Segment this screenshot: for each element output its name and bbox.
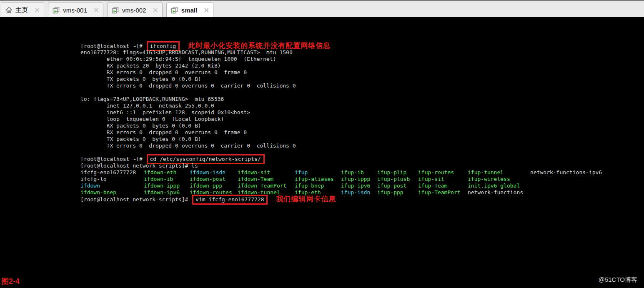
terminal-line: eno16777728: flags=4163<UP,BROADCAST,RUN… [80, 49, 336, 56]
terminal-text: eno16777728: flags=4163<UP,BROADCAST,RUN… [80, 49, 293, 55]
ls-output-row: ifdown-bnepifdown-ipv6ifdown-routesifdow… [80, 189, 336, 196]
terminal-line: [root@localhost ~]# cd /etc/sysconfig/ne… [80, 156, 336, 163]
file-name: ifup-TeamPort [418, 189, 461, 196]
terminal-line: RX packets 20 bytes 2142 (2.0 KiB) [80, 63, 336, 69]
file-name: ifdown [80, 183, 100, 189]
terminal-text: RX errors 0 dropped 0 overruns 0 frame 0 [80, 129, 247, 135]
file-name: network-functions [468, 189, 523, 196]
terminal-line: TX errors 0 dropped 0 overruns 0 carrier… [80, 143, 336, 149]
terminal-line: RX packets 0 bytes 0 (0.0 B) [80, 123, 336, 129]
terminal-line: RX errors 0 dropped 0 overruns 0 frame 0 [80, 129, 336, 136]
file-name: ifup-ippp [341, 176, 370, 183]
terminal-line: loop txqueuelen 0 (Local Loopback) [80, 116, 336, 123]
terminal-text: lo: flags=73<UP,LOOPBACK,RUNNING> mtu 65… [80, 96, 224, 102]
tab-close-icon[interactable]: × [34, 7, 40, 14]
file-name: ifdown-ib [144, 176, 173, 183]
terminal-line: [root@localhost ~]# ifconfig此时最小化安装的系统并没… [80, 43, 336, 49]
terminal-line: inet6 ::1 prefixlen 128 scopeid 0x10<hos… [80, 109, 336, 116]
file-name: ifup-post [377, 183, 406, 189]
terminal-line: [root@localhost network-scripts]# vim if… [80, 196, 336, 203]
file-name: ifup-plusb [377, 176, 410, 183]
file-name: ifup-Team [418, 183, 447, 189]
tab-list: 主页×vms-001×vms-002×small× [0, 1, 644, 17]
terminal-line: inet 127.0.0.1 netmask 255.0.0.0 [80, 103, 336, 109]
file-name: ifdown-eth [144, 169, 176, 176]
file-name: ifup-plip [377, 169, 406, 176]
terminal-line: TX packets 0 bytes 0 (0.0 B) [80, 136, 336, 143]
file-name: ifdown-ippp [144, 183, 180, 189]
terminal-text: RX packets 0 bytes 0 (0.0 B) [80, 123, 201, 129]
file-name: ifup-sit [418, 176, 444, 183]
terminal-text: inet 127.0.0.1 netmask 255.0.0.0 [80, 103, 214, 109]
watermark-text: @51CTO博客 [599, 276, 637, 284]
vm-console-screen[interactable]: [root@localhost ~]# ifconfig此时最小化安装的系统并没… [0, 17, 644, 288]
terminal-text: TX packets 0 bytes 0 (0.0 B) [80, 76, 201, 82]
tab-close-icon[interactable]: × [153, 7, 158, 14]
vm-console-icon [171, 7, 178, 14]
file-name: ifup-tunnel [468, 169, 504, 176]
file-name: ifdown-sit [238, 169, 270, 176]
vm-console-icon [53, 7, 60, 14]
file-name: ifdown-bnep [80, 189, 116, 196]
file-name: ifdown-ipv6 [144, 189, 180, 196]
terminal-line: RX errors 0 dropped 0 overruns 0 frame 0 [80, 69, 336, 76]
terminal-text: ether 00:0c:29:5d:94:5f txqueuelen 1000 … [80, 56, 276, 62]
ls-output-row: ifcfg-eno16777728ifdown-ethifdown-isdnif… [80, 169, 336, 176]
file-name: ifup-isdn [341, 189, 370, 196]
terminal-line [80, 89, 336, 96]
file-name: ifdown-routes [190, 189, 232, 196]
file-name: ifup-ipv6 [341, 183, 370, 189]
file-name: network-functions-ipv6 [530, 169, 602, 176]
terminal-text: TX packets 0 bytes 0 (0.0 B) [80, 136, 201, 142]
file-name: init.ipv6-global [468, 183, 520, 189]
tab-vms-002[interactable]: vms-002× [107, 3, 163, 17]
annotation-text: 此时最小化安装的系统并没有配置网络信息 [188, 42, 331, 50]
file-name: ifup-routes [418, 169, 454, 176]
tab-主页[interactable]: 主页× [1, 3, 44, 17]
ls-output-row: ifcfg-loifdown-ibifdown-postifdown-Teami… [80, 176, 336, 183]
terminal-line: lo: flags=73<UP,LOOPBACK,RUNNING> mtu 65… [80, 96, 336, 103]
terminal-text: TX errors 0 dropped 0 overruns 0 carrier… [80, 143, 296, 149]
tab-label: 主页 [15, 6, 31, 14]
terminal-text: [root@localhost ~]# [80, 43, 146, 49]
tab-bar: 主页×vms-001×vms-002×small× [0, 0, 644, 17]
file-name: ifdown-post [190, 176, 226, 183]
file-name: ifup-ppp [377, 189, 403, 196]
file-name: ifdown-ppp [190, 183, 222, 189]
terminal-line: TX errors 0 dropped 0 overruns 0 carrier… [80, 83, 336, 89]
terminal-text: [root@localhost network-scripts]# [80, 196, 191, 203]
terminal-text: loop txqueuelen 0 (Local Loopback) [80, 116, 224, 122]
figure-label: 图2-4 [1, 276, 20, 286]
terminal-text: [root@localhost ~]# [80, 156, 146, 162]
terminal-text: TX errors 0 dropped 0 overruns 0 carrier… [80, 83, 296, 89]
home-icon [5, 7, 13, 13]
tab-small[interactable]: small× [166, 3, 214, 17]
file-name: ifup-ib [341, 169, 364, 176]
annotation-text: 我们编辑网卡信息 [276, 195, 336, 203]
terminal-line: TX packets 0 bytes 0 (0.0 B) [80, 76, 336, 83]
tab-close-icon[interactable]: × [93, 7, 99, 14]
highlighted-command: vim ifcfg-eno16777728 [192, 195, 268, 205]
file-name: ifcfg-lo [80, 176, 107, 183]
file-name: ifdown-tunnel [238, 189, 280, 196]
file-name: ifup-bnep [295, 183, 324, 189]
tab-close-icon[interactable]: × [203, 7, 209, 14]
file-name: ifup-wireless [468, 176, 510, 183]
terminal-text: RX errors 0 dropped 0 overruns 0 frame 0 [80, 69, 247, 75]
tab-label: vms-002 [122, 7, 150, 14]
tab-vms-001[interactable]: vms-001× [48, 3, 103, 17]
file-name: ifdown-isdn [190, 169, 226, 176]
vm-console-icon [112, 7, 119, 14]
terminal-text: inet6 ::1 prefixlen 128 scopeid 0x10<hos… [80, 109, 250, 115]
file-name: ifcfg-eno16777728 [80, 169, 136, 176]
terminal-output: [root@localhost ~]# ifconfig此时最小化安装的系统并没… [80, 43, 336, 203]
file-name: ifdown-TeamPort [238, 183, 286, 189]
tab-label: vms-001 [63, 7, 90, 14]
file-name: ifup-eth [295, 189, 321, 196]
terminal-text: [root@localhost network-scripts]# ls [80, 163, 198, 169]
terminal-text: RX packets 20 bytes 2142 (2.0 KiB) [80, 63, 221, 69]
file-name: ifup-aliases [295, 176, 334, 183]
tab-label: small [181, 7, 200, 14]
file-name: ifdown-Team [238, 176, 273, 183]
file-name: ifup [295, 169, 308, 176]
